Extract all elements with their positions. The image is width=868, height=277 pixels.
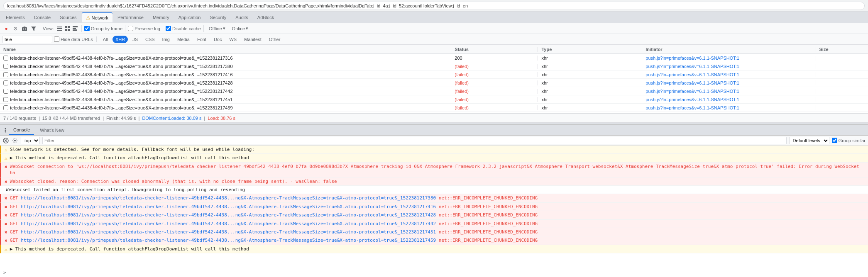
col-header-initiator[interactable]: Initiator: [642, 47, 816, 52]
error-link[interactable]: http://localhost:8081/ivy/primepush/tele…: [21, 195, 436, 201]
row-type: xhr: [538, 89, 642, 94]
row-type: xhr: [538, 105, 642, 110]
tab-security[interactable]: Security: [205, 12, 230, 22]
url-input[interactable]: [3, 2, 865, 10]
row-checkbox[interactable]: [3, 105, 8, 110]
tab-memory[interactable]: Memory: [149, 12, 174, 22]
row-checkbox[interactable]: [3, 89, 8, 94]
error-icon: ✖: [5, 164, 7, 170]
tab-console[interactable]: Console: [30, 12, 55, 22]
camera-button[interactable]: [21, 25, 28, 32]
col-header-status[interactable]: Status: [451, 47, 538, 52]
row-checkbox[interactable]: [3, 72, 8, 77]
console-input[interactable]: [9, 270, 865, 275]
console-message: ✖GET http://localhost:8081/ivy/primepush…: [0, 194, 868, 202]
row-type: xhr: [538, 64, 642, 69]
group-by-frame-checkbox[interactable]: [84, 26, 90, 31]
offline-dropdown[interactable]: Offline ▾: [206, 25, 228, 32]
tab-application[interactable]: Application: [174, 12, 205, 22]
preserve-log-checkbox[interactable]: [128, 26, 133, 31]
stop-button[interactable]: ⊘: [12, 25, 19, 32]
row-name: teledata-checker-listener-49bdf542-4438-…: [0, 72, 451, 77]
msg-text: GET http://localhost:8081/ivy/primepush/…: [10, 237, 865, 243]
record-button[interactable]: ●: [2, 25, 10, 32]
col-header-type[interactable]: Type: [538, 47, 642, 52]
group-by-frame-label[interactable]: Group by frame: [84, 26, 122, 31]
row-checkbox[interactable]: [3, 97, 8, 102]
table-row[interactable]: teledata-checker-listener-49bdf542-4438-…: [0, 54, 868, 62]
group-similar-label[interactable]: Group similar: [832, 138, 866, 143]
table-row[interactable]: teledata-checker-listener-49bdf542-4438-…: [0, 70, 868, 79]
filter-other[interactable]: Other: [266, 36, 284, 43]
hide-data-urls-label[interactable]: Hide data URLs: [54, 36, 93, 42]
row-initiator[interactable]: push.js?ln=primefaces&v=6.1.1-SNAPSHOT:1: [642, 72, 816, 77]
col-header-size[interactable]: Size: [816, 47, 868, 52]
console-menu-icon[interactable]: [3, 128, 7, 133]
filter-font[interactable]: Font: [194, 36, 209, 43]
tab-performance[interactable]: Performance: [113, 12, 148, 22]
console-levels-select[interactable]: Default levels: [789, 137, 829, 144]
col-header-name[interactable]: Name: [0, 47, 451, 52]
online-dropdown-arrow: ▾: [246, 26, 248, 31]
tab-sources[interactable]: Sources: [56, 12, 81, 22]
row-checkbox[interactable]: [3, 56, 8, 61]
tab-elements[interactable]: Elements: [2, 12, 29, 22]
online-dropdown[interactable]: Online ▾: [230, 25, 251, 32]
row-initiator[interactable]: push.js?ln=primefaces&v=6.1.1-SNAPSHOT:1: [642, 80, 816, 85]
row-initiator[interactable]: push.js?ln=primefaces&v=6.1.1-SNAPSHOT:1: [642, 64, 816, 69]
table-row[interactable]: teledata-checker-listener-49bdf542-4438-…: [0, 95, 868, 104]
tab-adblock[interactable]: AdBlock: [253, 12, 278, 22]
list-view-button[interactable]: [56, 25, 63, 32]
filter-media[interactable]: Media: [174, 36, 193, 43]
filter-manifest[interactable]: Manifest: [241, 36, 264, 43]
row-checkbox[interactable]: [3, 64, 8, 69]
filter-doc[interactable]: Doc: [211, 36, 225, 43]
filter-xhr[interactable]: XHR: [112, 36, 128, 43]
filter-all[interactable]: All: [100, 36, 111, 43]
filter-ws[interactable]: WS: [226, 36, 240, 43]
svg-point-12: [5, 129, 6, 131]
search-input[interactable]: [2, 36, 52, 43]
hide-data-urls-checkbox[interactable]: [54, 36, 59, 42]
console-filter-input[interactable]: [42, 137, 787, 144]
row-checkbox[interactable]: [3, 80, 8, 85]
console-settings-button[interactable]: [12, 137, 18, 144]
table-row[interactable]: teledata-checker-listener-49bdf542-4438-…: [0, 104, 868, 112]
svg-rect-3: [57, 30, 62, 31]
filter-js[interactable]: JS: [130, 36, 141, 43]
error-icon: ✖: [5, 230, 7, 235]
error-link[interactable]: http://localhost:8081/ivy/primepush/tele…: [21, 204, 436, 209]
error-link[interactable]: http://localhost:8081/ivy/primepush/tele…: [21, 229, 436, 235]
console-message: ✖GET http://localhost:8081/ivy/primepush…: [0, 236, 868, 245]
table-row[interactable]: teledata-checker-listener-49bdf542-4438-…: [0, 87, 868, 95]
timeline-view-button[interactable]: [71, 25, 79, 32]
row-initiator[interactable]: push.js?ln=primefaces&v=6.1.1-SNAPSHOT:1: [642, 89, 816, 94]
msg-text: GET http://localhost:8081/ivy/primepush/…: [10, 229, 865, 235]
error-link[interactable]: http://localhost:8081/ivy/primepush/tele…: [21, 221, 436, 226]
row-initiator[interactable]: push.js?ln=primefaces&v=6.1.1-SNAPSHOT:1: [642, 97, 816, 102]
console-context-select[interactable]: top: [21, 137, 40, 144]
disable-cache-checkbox[interactable]: [166, 26, 171, 31]
tab-whats-new[interactable]: What's New: [36, 126, 68, 135]
clear-console-button[interactable]: [2, 137, 9, 144]
error-link[interactable]: http://localhost:8081/ivy/primepush/tele…: [21, 212, 436, 218]
tab-audits[interactable]: Audits: [231, 12, 252, 22]
tab-console-main[interactable]: Console: [9, 126, 34, 135]
view-label: View:: [43, 26, 54, 31]
group-similar-checkbox[interactable]: [832, 138, 837, 143]
row-name: teledata-checker-listener-49bdf542-4438-…: [0, 80, 451, 85]
requests-count: 7 / 140 requests: [3, 116, 36, 121]
tab-network[interactable]: ⚠ Network: [82, 12, 112, 22]
error-icon: ✖: [5, 204, 7, 210]
preserve-log-label[interactable]: Preserve log: [128, 26, 160, 31]
filter-button[interactable]: [30, 25, 37, 32]
grid-view-button[interactable]: [64, 25, 71, 32]
table-row[interactable]: teledata-checker-listener-49bdf542-4438-…: [0, 79, 868, 87]
filter-img[interactable]: Img: [159, 36, 173, 43]
disable-cache-label[interactable]: Disable cache: [166, 26, 201, 31]
error-link[interactable]: http://localhost:8081/ivy/primepush/tele…: [21, 238, 436, 243]
row-initiator[interactable]: push.js?ln=primefaces&v=6.1.1-SNAPSHOT:1: [642, 105, 816, 110]
row-initiator[interactable]: push.js?ln=primefaces&v=6.1.1-SNAPSHOT:1: [642, 56, 816, 61]
filter-css[interactable]: CSS: [142, 36, 158, 43]
table-row[interactable]: teledata-checker-listener-49bdf542-4438-…: [0, 62, 868, 70]
